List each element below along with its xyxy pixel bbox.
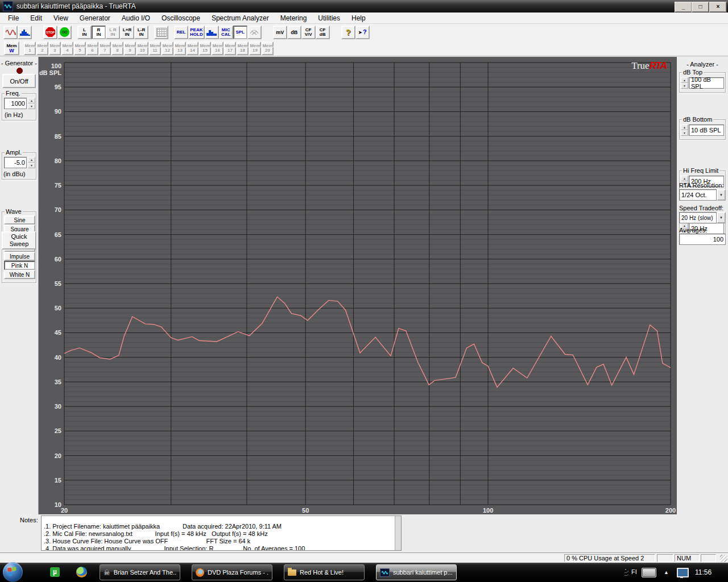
- context-help-button[interactable]: ?: [355, 26, 370, 39]
- db-top-label: dB Top: [682, 69, 704, 76]
- keyboard-icon[interactable]: [642, 568, 656, 577]
- taskbar-item-truerta[interactable]: subbari kaiuttimet p...: [376, 564, 457, 580]
- analyzer-window-button[interactable]: [18, 26, 32, 39]
- svg-text:30: 30: [55, 403, 61, 410]
- go-button[interactable]: GO: [57, 26, 72, 39]
- freq-label: Freq.: [5, 90, 22, 97]
- generator-onoff-button[interactable]: On/Off: [2, 74, 36, 88]
- svg-text:40: 40: [55, 354, 61, 361]
- wave-button[interactable]: Pink N: [4, 261, 35, 270]
- menu-item[interactable]: Generator: [74, 13, 116, 23]
- mic-cal-button[interactable]: MIC CAL: [219, 26, 233, 39]
- svg-text:70: 70: [55, 206, 61, 213]
- rta-resolution-dropdown[interactable]: 1/24 Oct. ▼: [679, 189, 726, 201]
- ampl-spinner[interactable]: ▲▼: [28, 157, 35, 168]
- svg-text:dB SPL: dB SPL: [39, 69, 61, 76]
- mem-slot-button: Mem 12: [162, 41, 173, 55]
- spl-button[interactable]: SPL: [233, 26, 247, 39]
- decibels-button[interactable]: dB: [287, 26, 301, 39]
- diff-input-button[interactable]: L-R IN: [134, 26, 148, 39]
- svg-text:90: 90: [55, 108, 61, 115]
- svg-text:35: 35: [55, 379, 61, 385]
- left-input-button[interactable]: L IN: [77, 26, 92, 39]
- wave-button[interactable]: Impulse: [4, 252, 35, 261]
- db-bottom-field[interactable]: 10 dB SPL: [689, 124, 724, 136]
- taskbar-item-media-player[interactable]: ☠ Brian Setzer And The...: [100, 564, 180, 580]
- stop-button[interactable]: STOP: [43, 26, 57, 39]
- cpu-usage-status: 0 % CPU Usage at Speed 2: [564, 554, 655, 562]
- notes-label: Notes:: [20, 517, 38, 523]
- speed-tradeoff-dropdown[interactable]: 20 Hz (slow) ▼: [679, 212, 726, 223]
- firefox-icon: [196, 568, 204, 577]
- menu-item[interactable]: Oscilloscope: [156, 13, 206, 23]
- menu-item[interactable]: Spectrum Analyzer: [206, 13, 275, 23]
- language-indicator[interactable]: FI: [631, 568, 637, 575]
- db-top-field[interactable]: 100 dB SPL: [689, 77, 724, 89]
- freq-spinner[interactable]: ▲▼: [28, 98, 35, 109]
- crest-factor-db-button[interactable]: CF dB: [316, 26, 330, 39]
- grid-toggle-button[interactable]: [154, 26, 168, 39]
- menu-item[interactable]: Audio I/O: [116, 13, 156, 23]
- utorrent-quicklaunch-icon[interactable]: µ: [50, 567, 60, 577]
- relative-mode-button[interactable]: REL: [174, 26, 188, 39]
- freq-input[interactable]: 1000: [4, 98, 27, 109]
- ampl-label: Ampl.: [5, 149, 23, 156]
- minimize-button[interactable]: _: [675, 2, 692, 13]
- wave-button[interactable]: White N: [4, 270, 35, 279]
- svg-text:25: 25: [55, 427, 61, 434]
- menu-item[interactable]: View: [48, 13, 74, 23]
- resize-grip[interactable]: [720, 555, 727, 562]
- db-bottom-spinner[interactable]: ▲▼: [681, 124, 688, 136]
- db-top-spinner[interactable]: ▲▼: [681, 77, 688, 89]
- network-icon[interactable]: [677, 568, 689, 577]
- rta-resolution-label: RTA Resolution:: [679, 182, 723, 189]
- crest-factor-vv-button[interactable]: CF V/V: [301, 26, 316, 39]
- svg-text:65: 65: [55, 231, 61, 238]
- notes-textbox[interactable]: .1. Project Filename: kaiuttimet pääpaik…: [41, 516, 402, 551]
- taskbar-clock[interactable]: 11:56: [695, 568, 712, 576]
- svg-text:45: 45: [55, 329, 61, 336]
- wave-button[interactable]: Sine: [4, 215, 35, 225]
- help-button[interactable]: ?: [341, 26, 355, 39]
- generator-led: [16, 68, 23, 74]
- sum-input-button[interactable]: L+R IN: [120, 26, 134, 39]
- svg-text:50: 50: [55, 305, 61, 311]
- generator-window-button[interactable]: [3, 26, 18, 39]
- mem-slot-button: Mem 1: [24, 41, 36, 55]
- ampl-unit: (in dBu): [3, 171, 26, 177]
- menu-bar: FileEditViewGeneratorAudio I/OOscillosco…: [0, 13, 728, 24]
- averages-input[interactable]: 100: [679, 234, 726, 245]
- menu-item[interactable]: Help: [346, 13, 371, 23]
- messenger-quicklaunch-icon[interactable]: [76, 567, 87, 577]
- notes-scrollbar[interactable]: [395, 516, 401, 550]
- peak-hold-button[interactable]: PEAK HOLD: [188, 26, 205, 39]
- show-hidden-icons-arrow[interactable]: ▲: [664, 569, 669, 575]
- mem-slot-button: Mem 15: [199, 41, 211, 55]
- taskbar-item-firefox[interactable]: DVD Plaza Forums - ...: [192, 564, 272, 580]
- mem-write-button[interactable]: Mem W: [4, 41, 19, 55]
- svg-text:55: 55: [55, 280, 61, 287]
- svg-text:100: 100: [483, 507, 493, 514]
- averages-label: Averages:: [679, 227, 707, 234]
- menu-item[interactable]: Utilities: [312, 13, 346, 23]
- go-icon: GO: [60, 27, 69, 37]
- close-button[interactable]: ×: [709, 2, 727, 13]
- start-button[interactable]: [3, 562, 23, 582]
- generator-title: - Generator -: [0, 60, 38, 66]
- tray-grip[interactable]: [624, 568, 628, 576]
- quick-sweep-button[interactable]: Quick Sweep: [2, 231, 36, 250]
- right-input-button[interactable]: R IN: [92, 26, 106, 39]
- maximize-button[interactable]: □: [692, 2, 709, 13]
- curve-disabled-button: [247, 26, 262, 39]
- menu-item[interactable]: Edit: [24, 13, 48, 23]
- mem-slot-button: Mem 2: [36, 41, 48, 55]
- ampl-input[interactable]: -5.0: [4, 157, 27, 168]
- menu-item[interactable]: File: [2, 13, 24, 23]
- millivolts-button[interactable]: mV: [273, 26, 287, 39]
- taskbar-item-folder[interactable]: Red Hot & Live!: [284, 564, 365, 580]
- screen: subbari kaiuttimet pääpaikka - TrueRTA _…: [0, 0, 728, 582]
- svg-text:75: 75: [55, 182, 61, 189]
- spectrum-button[interactable]: [205, 26, 219, 39]
- help-icon: ?: [346, 28, 351, 36]
- menu-item[interactable]: Metering: [275, 13, 313, 23]
